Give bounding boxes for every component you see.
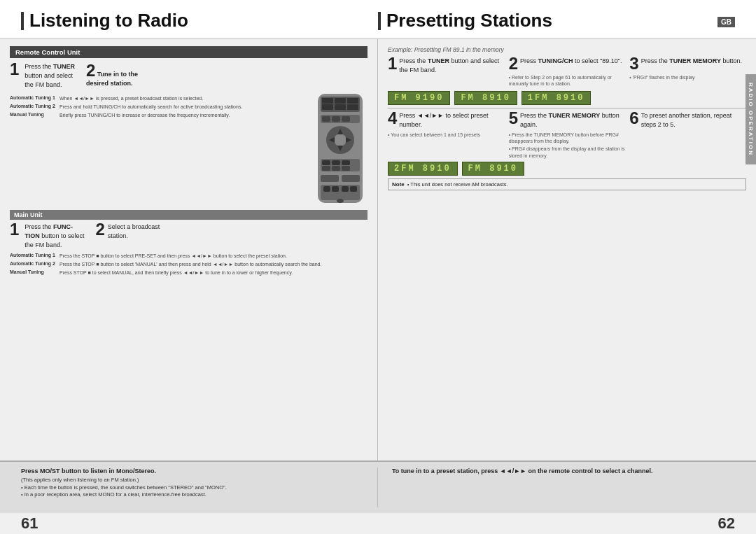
right-step3-note: • 'PRG#' flashes in the display [629, 74, 746, 80]
main-step1-content: Press the FUNC-TION button to selectthe … [24, 223, 84, 250]
note-label: Note [392, 181, 405, 188]
right-step6-header: 6 To preset another station, repeat step… [629, 111, 746, 129]
svg-rect-10 [332, 116, 340, 122]
footer-left: Press MO/ST button to listen in Mono/Ste… [21, 468, 378, 507]
svg-rect-21 [342, 160, 350, 165]
svg-rect-24 [342, 166, 350, 171]
main-auto1-desc: Press the STOP ■ button to select PRE-SE… [59, 253, 287, 259]
auto-tuning1-label: Automatic Tuning 1 [10, 95, 57, 100]
divider [388, 108, 746, 108]
note-box: Note • This unit does not receive AM bro… [388, 178, 746, 190]
main-step1-num: 1 [10, 221, 19, 238]
svg-rect-30 [342, 186, 349, 192]
bottom-footer: Press MO/ST button to listen in Mono/Ste… [0, 461, 756, 513]
right-page-num: 62 [718, 514, 735, 533]
right-step1-header: 1 Press the TUNER button and select the … [388, 57, 505, 75]
manual-tuning-desc: Briefly press TUNING/CH to increase or d… [59, 112, 230, 118]
svg-rect-22 [322, 166, 330, 171]
auto-tuning2-row: Automatic Tuning 2 Press and hold TUNING… [10, 104, 309, 110]
svg-point-13 [334, 134, 346, 146]
most-bold: MO/ST [40, 468, 60, 475]
example-note: Example: Presetting FM 89.1 in the memor… [388, 46, 746, 53]
auto-tuning1-desc: When ◄◄/►► is pressed, a preset broadcas… [59, 95, 203, 101]
manual-tuning-label: Manual Tuning [10, 112, 57, 117]
right-step2-num: 2 [509, 55, 518, 72]
page-wrapper: Listening to Radio Presetting Stations G… [0, 0, 756, 534]
lcd-display-1: FM 9190 [388, 91, 450, 105]
note-text: • This unit does not receive AM broadcas… [407, 181, 508, 188]
right-step4: 4 Press ◄◄/►► to select preset number. •… [388, 111, 505, 158]
footer-bullet1: • Each time the button is pressed, the s… [21, 484, 363, 492]
svg-rect-25 [321, 175, 339, 182]
page-numbers-row: 61 62 [0, 513, 756, 534]
svg-rect-11 [342, 116, 350, 122]
title-right: Presetting Stations GB [378, 10, 735, 31]
main-manual-row: Manual Tuning Press STOP ■ to select MAN… [10, 269, 368, 276]
remote-control-header: Remote Control Unit [10, 46, 368, 58]
right-steps-bottom: 4 Press ◄◄/►► to select preset number. •… [388, 111, 746, 158]
title-bar-right [378, 12, 381, 30]
right-section-title: Presetting Stations [378, 10, 552, 31]
footer-left-title: Press MO/ST button to listen in Mono/Ste… [21, 468, 363, 475]
main-step-row: 1 Press the FUNC-TION button to selectth… [10, 223, 368, 250]
lcd-display-4: 2FM 8910 [388, 162, 458, 176]
right-step2-header: 2 Press TUNING/CH to select "89.10". [509, 57, 626, 72]
manual-tuning-row: Manual Tuning Briefly press TUNING/CH to… [10, 112, 309, 118]
right-step5-note2: • PRG# disappears from the display and t… [509, 146, 626, 158]
left-page-title: Listening to Radio [29, 10, 188, 31]
right-step1: 1 Press the TUNER button and select the … [388, 57, 505, 87]
auto-tuning2-desc: Press and hold TUNING/CH to automaticall… [59, 104, 242, 110]
svg-rect-7 [347, 104, 358, 110]
main-manual-desc: Press STOP ■ to select MANUAL, and then … [59, 269, 293, 276]
svg-rect-23 [332, 166, 340, 171]
svg-rect-26 [342, 175, 360, 182]
right-step6-text: To preset another station, repeat steps … [641, 111, 746, 129]
right-page-title: Presetting Stations [386, 10, 552, 31]
remote-step1-content: Press the TUNER button and select the FM… [24, 62, 75, 90]
auto-tuning2-label: Automatic Tuning 2 [10, 104, 57, 108]
gb-badge: GB [718, 17, 735, 27]
main-auto2-desc: Press the STOP ■ button to select 'MANUA… [59, 261, 321, 267]
remote-step2-num: 2 [86, 61, 95, 80]
main-auto1-label: Automatic Tuning 1 [10, 253, 57, 258]
svg-rect-3 [335, 98, 346, 104]
right-step5: 5 Press the TUNER MEMORY button again. •… [509, 111, 626, 158]
right-step5-text: Press the TUNER MEMORY button again. [520, 111, 625, 129]
right-step1-num: 1 [388, 55, 397, 72]
svg-rect-9 [322, 116, 330, 122]
radio-op-tab: RADIO OPERATION [746, 74, 756, 164]
main-auto2-row: Automatic Tuning 2 Press the STOP ■ butt… [10, 261, 368, 267]
right-step3-num: 3 [629, 55, 638, 72]
lcd-display-2: FM 8910 [454, 91, 517, 105]
svg-rect-4 [347, 98, 358, 104]
remote-step2-content: 2 Tune in to thedesired station. [86, 62, 138, 88]
main-auto1-row: Automatic Tuning 1 Press the STOP ■ butt… [10, 253, 368, 259]
title-left: Listening to Radio [21, 10, 378, 31]
right-step4-header: 4 Press ◄◄/►► to select preset number. [388, 111, 505, 129]
main-tuning-notes: Automatic Tuning 1 Press the STOP ■ butt… [10, 253, 368, 276]
title-bar-left [21, 12, 24, 30]
lcd-displays-bottom: 2FM 8910 FM 8910 [388, 162, 746, 176]
footer-bullet2: • In a poor reception area, select MONO … [21, 491, 363, 499]
auto-tuning1-row: Automatic Tuning 1 When ◄◄/►► is pressed… [10, 95, 309, 101]
footer-right: To tune in to a preset station, press ◄◄… [378, 468, 735, 507]
main-step2-content: Select a broadcaststation. [108, 223, 160, 241]
svg-rect-28 [323, 186, 330, 192]
right-step2: 2 Press TUNING/CH to select "89.10". • R… [509, 57, 626, 87]
svg-rect-19 [322, 160, 330, 165]
right-step5-note1: • Press the TUNER MEMORY button before P… [509, 132, 626, 144]
right-step5-num: 5 [509, 110, 518, 127]
remote-svg [315, 92, 365, 204]
svg-point-32 [337, 199, 344, 203]
lcd-display-5: FM 8910 [462, 162, 524, 176]
right-step4-num: 4 [388, 110, 397, 127]
lcd-displays-top: FM 9190 FM 8910 1FM 8910 [388, 91, 746, 105]
right-step5-header: 5 Press the TUNER MEMORY button again. [509, 111, 626, 129]
right-step2-note: • Refer to Step 2 on page 61 to automati… [509, 74, 626, 87]
header-row: Listening to Radio Presetting Stations G… [0, 0, 756, 39]
left-page: Remote Control Unit 1 Press the TUNER bu… [0, 39, 378, 461]
footer-right-title: To tune in to a preset station, press ◄◄… [392, 468, 735, 475]
svg-rect-6 [335, 104, 346, 110]
left-section-title: Listening to Radio [21, 10, 188, 31]
remote-step1-num: 1 [10, 61, 19, 78]
